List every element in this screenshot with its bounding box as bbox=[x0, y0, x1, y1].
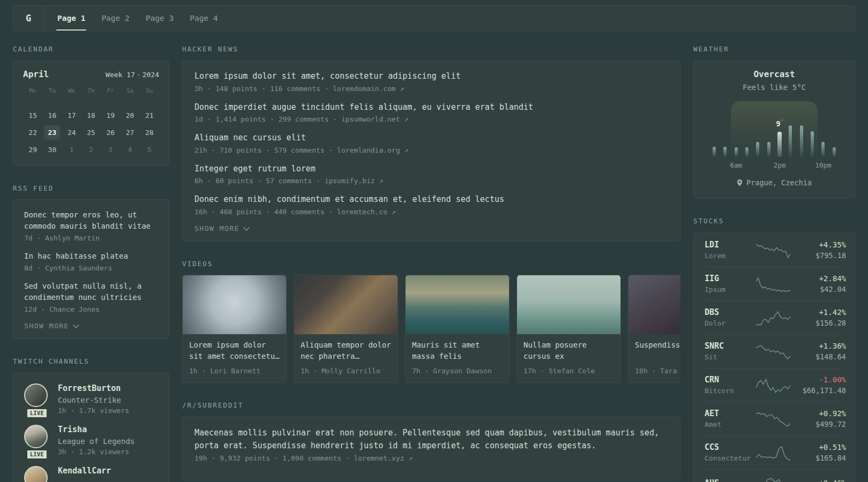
subreddit-post-stats: 19h · 9,932 points · 1,090 comments · bbox=[194, 454, 354, 462]
twitch-channel-name[interactable]: ForrestBurton bbox=[58, 383, 129, 393]
videos-section-label: VIDEOS bbox=[182, 260, 680, 268]
calendar-day: 24 bbox=[62, 124, 81, 141]
stock-ticker[interactable]: CRN bbox=[705, 375, 756, 385]
rss-item-title[interactable]: In hac habitasse platea bbox=[24, 251, 158, 262]
page-tab[interactable]: Page 4 bbox=[182, 6, 226, 31]
stock-row: CRN Bitcorn -1.00% $66,171.48 bbox=[705, 368, 844, 402]
video-card[interactable]: Lorem ipsum dolor sit amet consectetu… 1… bbox=[182, 275, 287, 383]
calendar-day-number: 26 bbox=[102, 125, 118, 140]
calendar-day-number: 18 bbox=[83, 108, 99, 123]
top-navbar: G Page 1 Page 2 Page 3 Page 4 bbox=[13, 5, 855, 31]
hackernews-item-title[interactable]: Donec imperdiet augue tincidunt felis al… bbox=[194, 101, 668, 114]
twitch-channel-row[interactable]: LIVE KendallCarr bbox=[24, 466, 158, 482]
hackernews-item-title[interactable]: Aliquam nec cursus elit bbox=[194, 132, 668, 144]
video-meta: 7h · Grayson Dawson bbox=[412, 367, 503, 375]
stock-ticker[interactable]: AET bbox=[705, 409, 756, 418]
calendar-day: 20 bbox=[120, 107, 139, 124]
hackernews-item-stats: 16h · 468 points · 440 comments · bbox=[194, 208, 337, 216]
calendar-separator: · bbox=[135, 71, 143, 79]
stock-row: CCS Consectetur +0.51% $165.84 bbox=[705, 435, 844, 469]
hackernews-item-title[interactable]: Lorem ipsum dolor sit amet, consectetur … bbox=[194, 70, 668, 82]
twitch-channel-game: League of Legends bbox=[58, 437, 134, 446]
hackernews-section-label: HACKER NEWS bbox=[182, 45, 680, 53]
stock-price: $499.72 bbox=[790, 420, 846, 428]
video-title[interactable]: Aliquam tempor dolor nec pharetra… bbox=[301, 340, 391, 362]
calendar-day-number: 23 bbox=[44, 125, 60, 140]
calendar-day: 2 bbox=[81, 141, 101, 158]
stock-values: +4.35% $795.18 bbox=[790, 240, 846, 260]
stock-ticker[interactable]: AHS bbox=[705, 478, 756, 482]
calendar-day: 19 bbox=[101, 107, 120, 124]
subreddit-post-domain-link[interactable]: loremnet.xyz ↗ bbox=[354, 454, 413, 462]
external-link-icon: ↗ bbox=[392, 208, 396, 216]
video-title[interactable]: Suspendisse diam bbox=[635, 340, 680, 362]
rss-show-more-button[interactable]: SHOW MORE bbox=[24, 322, 158, 330]
page-tab[interactable]: Page 3 bbox=[138, 6, 182, 31]
hackernews-item-domain-link[interactable]: loremtech.co ↗ bbox=[337, 208, 396, 216]
page-tab[interactable]: Page 1 bbox=[49, 6, 93, 31]
video-card[interactable]: Nullam posuere cursus ex 17h · Stefan Co… bbox=[517, 275, 621, 383]
stock-sparkline bbox=[756, 445, 790, 461]
weather-location-text: Prague, Czechia bbox=[746, 178, 812, 187]
hackernews-item-domain: loremtech.co bbox=[337, 208, 387, 216]
video-card-body: Nullam posuere cursus ex 17h · Stefan Co… bbox=[517, 334, 620, 382]
rss-item-title[interactable]: Sed volutpat nulla nisl, a condimentum n… bbox=[24, 281, 158, 303]
calendar-day-number: 22 bbox=[25, 125, 41, 140]
live-badge: LIVE bbox=[26, 449, 48, 460]
navbar-divider bbox=[43, 6, 44, 31]
hackernews-item: Donec imperdiet augue tincidunt felis al… bbox=[194, 101, 668, 124]
weather-location: Prague, Czechia bbox=[737, 178, 812, 187]
rss-item-title[interactable]: Donec tempor eros leo, ut commodo mauris… bbox=[24, 209, 158, 232]
twitch-channel-row[interactable]: LIVE Trisha League of Legends 3h · 1.2k … bbox=[24, 425, 158, 456]
stock-sparkline bbox=[756, 310, 790, 326]
stock-sparkline bbox=[756, 242, 790, 258]
hackernews-item-domain-link[interactable]: loremdomain.com ↗ bbox=[333, 85, 404, 93]
hackernews-item-title[interactable]: Integer eget rutrum lorem bbox=[194, 163, 668, 175]
calendar-day: 28 bbox=[140, 124, 159, 141]
stock-symbol-block: IIG Ipsum bbox=[705, 274, 756, 293]
video-card[interactable]: Mauris sit amet massa felis 7h · Grayson… bbox=[405, 275, 510, 383]
stock-values: +2.84% $42.04 bbox=[790, 274, 846, 293]
weather-card: Overcast Feels like 5°C 9° 6am2pm10pm Pr… bbox=[693, 60, 855, 199]
stock-change: +0.92% bbox=[790, 409, 846, 418]
stock-name: Ipsum bbox=[705, 285, 756, 293]
app-logo[interactable]: G bbox=[13, 6, 43, 31]
hackernews-item-domain-link[interactable]: ipsumify.biz ↗ bbox=[325, 177, 384, 185]
twitch-channel-name[interactable]: Trisha bbox=[58, 425, 134, 434]
hackernews-item-domain-link[interactable]: loremlandia.org ↗ bbox=[337, 146, 408, 154]
stock-name: Sit bbox=[705, 353, 756, 361]
hackernews-show-more-button[interactable]: SHOW MORE bbox=[194, 224, 668, 232]
stock-ticker[interactable]: DBS bbox=[705, 307, 756, 317]
weather-bar bbox=[789, 125, 792, 157]
hackernews-item: Lorem ipsum dolor sit amet, consectetur … bbox=[194, 70, 668, 93]
stock-ticker[interactable]: CCS bbox=[705, 442, 756, 452]
twitch-channel-name[interactable]: KendallCarr bbox=[58, 466, 111, 476]
page-tab[interactable]: Page 2 bbox=[93, 6, 137, 31]
calendar-day-header: Mo bbox=[23, 87, 42, 99]
twitch-channel-info: KendallCarr bbox=[58, 466, 111, 482]
stock-price: $148.64 bbox=[790, 352, 846, 361]
stock-ticker[interactable]: SNRC bbox=[705, 341, 756, 351]
video-title[interactable]: Nullam posuere cursus ex bbox=[523, 340, 614, 362]
twitch-channel-info: Trisha League of Legends 3h · 1.2k viewe… bbox=[58, 425, 134, 456]
weather-bar-slot bbox=[774, 132, 785, 157]
calendar-day-number: 29 bbox=[25, 142, 41, 157]
video-meta: 18h · Tara bbox=[635, 367, 680, 375]
stock-row: AHS +0.46% bbox=[705, 469, 844, 482]
calendar-week: Week 17 bbox=[106, 71, 135, 79]
middle-column: HACKER NEWS Lorem ipsum dolor sit amet, … bbox=[182, 31, 680, 480]
hackernews-item-domain-link[interactable]: ipsumworld.net ↗ bbox=[341, 115, 408, 123]
stock-ticker[interactable]: LDI bbox=[705, 240, 756, 250]
avatar bbox=[24, 466, 48, 482]
subreddit-post-title[interactable]: Maecenas mollis pulvinar erat non posuer… bbox=[194, 426, 668, 452]
video-title[interactable]: Mauris sit amet massa felis bbox=[412, 340, 503, 362]
twitch-channel-row[interactable]: LIVE ForrestBurton Counter-Strike 1h · 1… bbox=[24, 383, 158, 415]
glance-dashboard: G Page 1 Page 2 Page 3 Page 4 CALENDAR A… bbox=[0, 0, 868, 482]
calendar-day: 18 bbox=[81, 107, 101, 124]
video-card[interactable]: Aliquam tempor dolor nec pharetra… 1h · … bbox=[294, 275, 398, 383]
hackernews-item-domain: loremlandia.org bbox=[337, 146, 400, 154]
hackernews-item-title[interactable]: Donec enim nibh, condimentum et accumsan… bbox=[194, 193, 668, 206]
video-card[interactable]: Suspendisse diam 18h · Tara bbox=[628, 275, 680, 383]
stock-ticker[interactable]: IIG bbox=[705, 274, 756, 283]
video-title[interactable]: Lorem ipsum dolor sit amet consectetu… bbox=[189, 340, 280, 362]
